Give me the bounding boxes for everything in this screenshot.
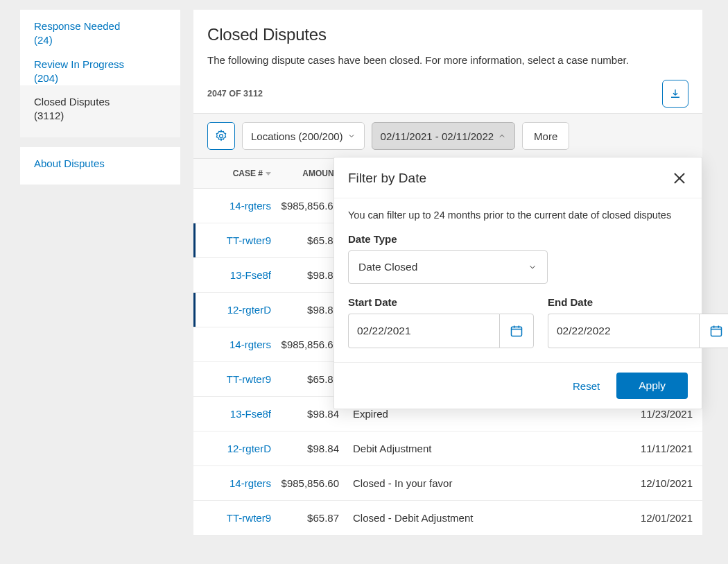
cell-case: 12-rgterD bbox=[193, 443, 271, 454]
chevron-up-icon bbox=[498, 132, 506, 140]
filter-toolbar: Locations (200/200) 02/11/2021 - 02/11/2… bbox=[193, 113, 702, 159]
sidebar-label: Review In Progress bbox=[34, 58, 124, 70]
end-date-field: End Date bbox=[548, 296, 728, 348]
filter-date[interactable]: 02/11/2021 - 02/11/2022 bbox=[372, 122, 515, 150]
end-date-input[interactable] bbox=[548, 314, 699, 348]
cell-case: 14-rgters bbox=[193, 200, 271, 212]
cell-date: 11/23/2021 bbox=[623, 408, 693, 420]
filter-date-label: 02/11/2021 - 02/11/2022 bbox=[381, 130, 494, 142]
close-button[interactable] bbox=[671, 170, 688, 187]
case-link[interactable]: 13-Fse8f bbox=[230, 269, 271, 281]
table-row: TT-rwter9$65.87Closed - Debit Adjustment… bbox=[193, 501, 702, 536]
date-type-label: Date Type bbox=[348, 233, 688, 245]
sidebar: Response Needed (24) Review In Progress … bbox=[20, 10, 180, 194]
start-date-picker-button[interactable] bbox=[499, 314, 534, 348]
cell-status: Expired bbox=[353, 408, 623, 420]
modal-body: You can filter up to 24 months prior to … bbox=[334, 198, 702, 362]
svg-rect-2 bbox=[711, 327, 722, 336]
date-type-select[interactable]: Date Closed bbox=[348, 250, 548, 284]
chevron-down-icon bbox=[528, 262, 537, 272]
cell-case: 14-rgters bbox=[193, 477, 271, 489]
start-date-label: Start Date bbox=[348, 296, 534, 308]
date-fields: Start Date End Date bbox=[348, 296, 688, 348]
calendar-icon bbox=[510, 324, 523, 338]
svg-point-0 bbox=[220, 135, 223, 138]
page-subtitle: The following dispute cases have been cl… bbox=[207, 54, 688, 66]
case-link[interactable]: TT-rwter9 bbox=[227, 512, 271, 524]
apply-button[interactable]: Apply bbox=[616, 373, 688, 399]
sidebar-label: Closed Disputes bbox=[34, 96, 110, 108]
sidebar-item-response-needed[interactable]: Response Needed (24) bbox=[20, 10, 180, 48]
cell-date: 11/11/2021 bbox=[623, 443, 693, 454]
cell-case: 13-Fse8f bbox=[193, 408, 271, 420]
counter-row: 2047 OF 3112 bbox=[193, 76, 702, 113]
cell-amount: $98.84 bbox=[271, 443, 353, 454]
table-row: 12-rgterD$98.84Debit Adjustment11/11/202… bbox=[193, 431, 702, 466]
modal-header: Filter by Date bbox=[334, 157, 702, 198]
modal-title: Filter by Date bbox=[348, 171, 426, 186]
cell-case: TT-rwter9 bbox=[193, 373, 271, 385]
cell-case: 13-Fse8f bbox=[193, 269, 271, 281]
col-header-case-label: CASE # bbox=[233, 169, 263, 178]
settings-button[interactable] bbox=[207, 122, 235, 150]
case-link[interactable]: 14-rgters bbox=[229, 339, 271, 350]
filter-by-date-popover: Filter by Date You can filter up to 24 m… bbox=[333, 157, 702, 409]
case-link[interactable]: 12-rgterD bbox=[227, 443, 271, 454]
filter-locations-label: Locations (200/200) bbox=[251, 130, 343, 142]
download-icon bbox=[669, 87, 682, 100]
start-date-input[interactable] bbox=[348, 314, 499, 348]
case-link[interactable]: 12-rgterD bbox=[227, 304, 271, 316]
case-link[interactable]: TT-rwter9 bbox=[227, 234, 271, 246]
gear-icon bbox=[214, 129, 228, 143]
cell-case: TT-rwter9 bbox=[193, 234, 271, 246]
case-link[interactable]: 13-Fse8f bbox=[230, 408, 271, 420]
sidebar-count: (3112) bbox=[34, 109, 166, 123]
calendar-icon bbox=[709, 324, 723, 338]
cell-status: Debit Adjustment bbox=[353, 443, 623, 454]
sidebar-nav-block: Response Needed (24) Review In Progress … bbox=[20, 10, 180, 137]
sidebar-count: (24) bbox=[34, 33, 166, 47]
table-row: 14-rgters$985,856.60Closed - In your fav… bbox=[193, 466, 702, 501]
filter-more[interactable]: More bbox=[522, 122, 569, 150]
cell-case: 12-rgterD bbox=[193, 304, 271, 316]
case-link[interactable]: 14-rgters bbox=[229, 477, 271, 489]
cell-date: 12/10/2021 bbox=[623, 477, 693, 489]
cell-status: Closed - Debit Adjustment bbox=[353, 512, 623, 524]
cell-case: 14-rgters bbox=[193, 339, 271, 350]
cell-status: Closed - In your favor bbox=[353, 477, 623, 489]
sidebar-label: Response Needed bbox=[34, 20, 120, 32]
col-header-case[interactable]: CASE # bbox=[193, 169, 271, 178]
sidebar-label: About Disputes bbox=[34, 157, 105, 169]
sidebar-about-block: About Disputes bbox=[20, 147, 180, 185]
filter-more-label: More bbox=[534, 130, 557, 142]
end-date-picker-button[interactable] bbox=[699, 314, 728, 348]
filter-locations[interactable]: Locations (200/200) bbox=[242, 122, 365, 150]
cell-amount: $98.84 bbox=[271, 408, 353, 420]
start-date-field: Start Date bbox=[348, 296, 534, 348]
reset-button[interactable]: Reset bbox=[573, 380, 600, 392]
case-link[interactable]: TT-rwter9 bbox=[227, 373, 271, 385]
modal-footer: Reset Apply bbox=[334, 362, 702, 409]
cell-date: 12/01/2021 bbox=[623, 512, 693, 524]
results-counter: 2047 OF 3112 bbox=[207, 89, 263, 99]
sidebar-item-closed-disputes[interactable]: Closed Disputes (3112) bbox=[20, 85, 180, 137]
page-title: Closed Disputes bbox=[207, 25, 688, 44]
cell-case: TT-rwter9 bbox=[193, 512, 271, 524]
main-header: Closed Disputes The following dispute ca… bbox=[193, 10, 702, 66]
sort-desc-icon bbox=[266, 172, 271, 176]
date-type-value: Date Closed bbox=[358, 261, 417, 273]
end-date-label: End Date bbox=[548, 296, 728, 308]
cell-amount: $65.87 bbox=[271, 512, 353, 524]
chevron-down-icon bbox=[347, 132, 356, 140]
sidebar-count: (204) bbox=[34, 71, 166, 85]
case-link[interactable]: 14-rgters bbox=[229, 200, 271, 212]
cell-amount: $985,856.60 bbox=[271, 477, 353, 489]
sidebar-item-review-in-progress[interactable]: Review In Progress (204) bbox=[20, 48, 180, 86]
sidebar-item-about-disputes[interactable]: About Disputes bbox=[20, 147, 180, 185]
svg-rect-1 bbox=[512, 327, 522, 336]
modal-description: You can filter up to 24 months prior to … bbox=[348, 210, 688, 221]
download-button[interactable] bbox=[662, 80, 688, 108]
